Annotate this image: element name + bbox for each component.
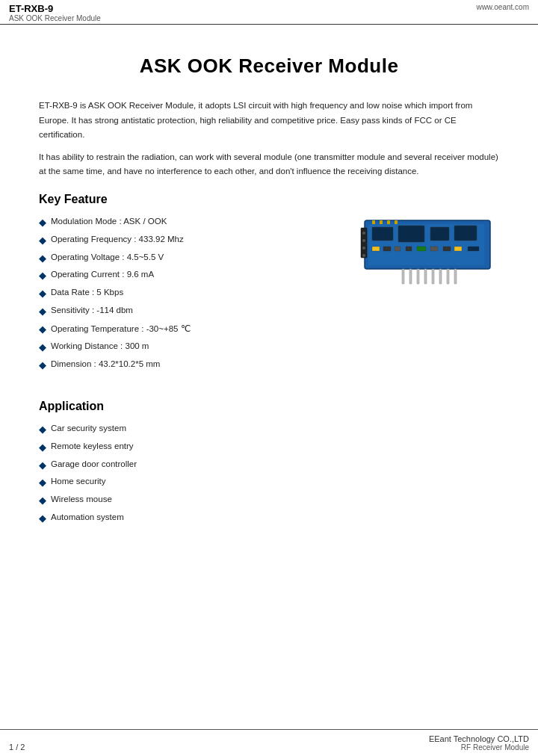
- svg-point-29: [362, 239, 365, 242]
- bullet-icon: ◆: [39, 217, 46, 229]
- feature-item: ◆Modulation Mode : ASK / OOK: [39, 217, 342, 229]
- feature-label: Working Distance : 300 m: [51, 341, 149, 350]
- bullet-icon: ◆: [39, 323, 46, 336]
- svg-point-28: [362, 232, 365, 235]
- feature-label: Sensitivity : -114 dbm: [51, 306, 133, 315]
- application-item: ◆Remote keyless entry: [39, 441, 499, 454]
- svg-rect-3: [398, 226, 424, 242]
- bullet-icon: ◆: [39, 512, 46, 525]
- footer-module: RF Receiver Module: [429, 743, 529, 752]
- svg-rect-23: [432, 269, 434, 284]
- svg-rect-11: [430, 247, 438, 251]
- header-right: www.oeant.com: [476, 3, 529, 11]
- svg-rect-19: [402, 269, 404, 284]
- feature-label: Data Rate : 5 Kbps: [51, 288, 123, 297]
- bullet-icon: ◆: [39, 359, 46, 372]
- bullet-icon: ◆: [39, 441, 46, 454]
- bullet-icon: ◆: [39, 459, 46, 472]
- footer-right: EEant Technology CO.,LTD RF Receiver Mod…: [429, 734, 529, 752]
- feature-label: Operating Current : 9.6 mA: [51, 270, 154, 279]
- svg-point-31: [362, 254, 365, 257]
- feature-label: Operating Temperature : -30~+85 ℃: [51, 323, 191, 334]
- svg-rect-5: [454, 226, 477, 241]
- page: ET-RXB-9 ASK OOK Receiver Module www.oea…: [0, 0, 538, 756]
- application-label: Remote keyless entry: [51, 441, 134, 450]
- svg-rect-10: [417, 247, 426, 251]
- feature-label: Operating Voltage : 4.5~5.5 V: [51, 252, 164, 261]
- application-item: ◆Home security: [39, 477, 499, 489]
- application-item: ◆Automation system: [39, 512, 499, 525]
- key-feature-section: Key Feature ◆Modulation Mode : ASK / OOK…: [39, 193, 499, 377]
- svg-rect-21: [417, 269, 419, 284]
- svg-rect-8: [395, 247, 401, 251]
- feature-label: Dimension : 43.2*10.2*5 mm: [51, 359, 160, 368]
- svg-rect-7: [383, 247, 391, 251]
- svg-rect-17: [387, 220, 390, 224]
- svg-rect-15: [372, 220, 375, 224]
- footer-bar: 1 / 2 EEant Technology CO.,LTD RF Receiv…: [0, 729, 538, 756]
- product-id: ET-RXB-9: [9, 3, 101, 14]
- svg-rect-12: [443, 247, 451, 251]
- feature-item: ◆Data Rate : 5 Kbps: [39, 288, 342, 300]
- feature-item: ◆Operating Temperature : -30~+85 ℃: [39, 323, 342, 336]
- svg-rect-20: [409, 269, 412, 284]
- application-item: ◆Wireless mouse: [39, 495, 499, 507]
- bullet-icon: ◆: [39, 341, 46, 354]
- feature-item: ◆Dimension : 43.2*10.2*5 mm: [39, 359, 342, 372]
- feature-item: ◆Working Distance : 300 m: [39, 341, 342, 354]
- feature-content: ◆Modulation Mode : ASK / OOK◆Operating F…: [39, 217, 499, 377]
- svg-rect-9: [406, 247, 412, 251]
- svg-rect-4: [430, 227, 449, 241]
- svg-rect-22: [424, 269, 427, 284]
- application-title: Application: [39, 400, 499, 413]
- svg-rect-18: [395, 220, 398, 224]
- main-title: ASK OOK Receiver Module: [39, 55, 499, 78]
- header-left: ET-RXB-9 ASK OOK Receiver Module: [9, 3, 101, 22]
- footer-page-info: 1 / 2: [9, 743, 25, 752]
- svg-rect-16: [380, 220, 383, 224]
- feature-item: ◆Operating Current : 9.6 mA: [39, 270, 342, 282]
- application-item: ◆Garage door controller: [39, 459, 499, 472]
- feature-item: ◆Operating Frequency : 433.92 Mhz: [39, 235, 342, 247]
- bullet-icon: ◆: [39, 235, 46, 247]
- svg-point-30: [362, 247, 365, 250]
- svg-rect-14: [468, 247, 479, 251]
- bullet-icon: ◆: [39, 270, 46, 282]
- website: www.oeant.com: [476, 3, 529, 11]
- feature-label: Operating Frequency : 433.92 Mhz: [51, 235, 184, 244]
- feature-item: ◆Sensitivity : -114 dbm: [39, 306, 342, 318]
- product-subtitle: ASK OOK Receiver Module: [9, 14, 101, 22]
- svg-rect-13: [454, 247, 462, 251]
- content: ASK OOK Receiver Module ET-RXB-9 is ASK …: [0, 25, 538, 545]
- key-feature-title: Key Feature: [39, 193, 499, 206]
- bullet-icon: ◆: [39, 288, 46, 300]
- description-1: ET-RXB-9 is ASK OOK Receiver Module, it …: [39, 99, 499, 143]
- application-label: Garage door controller: [51, 459, 137, 468]
- application-list: ◆Car security system◆Remote keyless entr…: [39, 424, 499, 525]
- svg-rect-2: [372, 227, 393, 241]
- module-image: [357, 209, 499, 291]
- application-item: ◆Car security system: [39, 424, 499, 436]
- application-label: Wireless mouse: [51, 495, 112, 504]
- svg-rect-26: [454, 269, 457, 284]
- bullet-icon: ◆: [39, 306, 46, 318]
- svg-rect-25: [447, 269, 449, 284]
- description-2: It has ability to restrain the radiation…: [39, 150, 499, 179]
- svg-rect-24: [439, 269, 442, 284]
- footer-company: EEant Technology CO.,LTD: [429, 734, 529, 743]
- description-section: ET-RXB-9 is ASK OOK Receiver Module, it …: [39, 99, 499, 179]
- bullet-icon: ◆: [39, 424, 46, 436]
- header-bar: ET-RXB-9 ASK OOK Receiver Module www.oea…: [0, 0, 538, 25]
- feature-item: ◆Operating Voltage : 4.5~5.5 V: [39, 252, 342, 265]
- bullet-icon: ◆: [39, 252, 46, 265]
- application-section: Application ◆Car security system◆Remote …: [39, 400, 499, 525]
- bullet-icon: ◆: [39, 477, 46, 489]
- svg-rect-6: [372, 247, 380, 251]
- application-label: Automation system: [51, 512, 124, 521]
- bullet-icon: ◆: [39, 495, 46, 507]
- feature-list: ◆Modulation Mode : ASK / OOK◆Operating F…: [39, 217, 342, 377]
- application-label: Car security system: [51, 424, 126, 433]
- application-label: Home security: [51, 477, 106, 486]
- feature-label: Modulation Mode : ASK / OOK: [51, 217, 167, 226]
